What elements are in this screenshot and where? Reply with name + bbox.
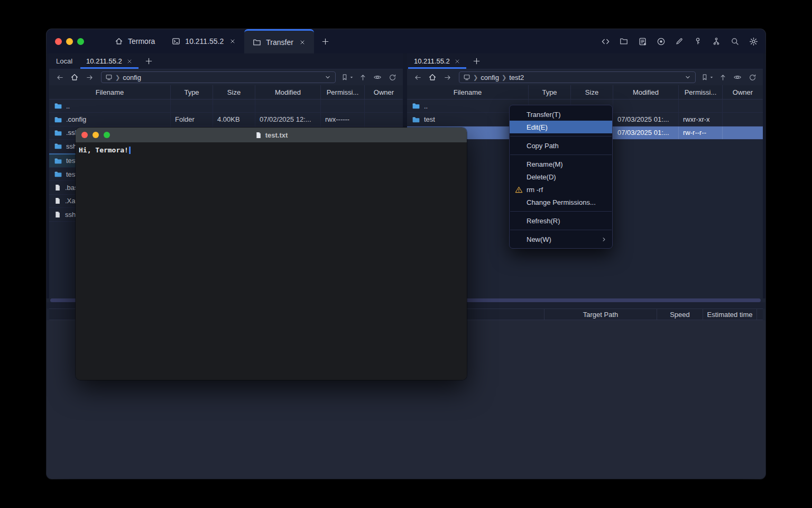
window-tab-transfer[interactable]: Transfer — [244, 29, 314, 53]
plus-icon — [145, 57, 153, 65]
file-icon — [54, 211, 61, 219]
icon folder-icon — [253, 38, 261, 47]
column-header-permissi[interactable]: Permissi... — [321, 85, 365, 99]
menu-item-label: Change Permissions... — [527, 198, 596, 206]
menu-separator — [510, 136, 612, 137]
column-header-size[interactable]: Size — [213, 85, 255, 99]
column-header-modified[interactable]: Modified — [613, 85, 679, 99]
record-icon[interactable] — [656, 37, 666, 46]
transfer-column-speed[interactable]: Speed — [657, 309, 703, 320]
traffic-lights — [47, 29, 94, 53]
editor-minimize-button[interactable] — [93, 132, 99, 138]
editor-traffic-lights — [76, 132, 110, 138]
caret-down-icon[interactable] — [349, 75, 354, 80]
close-icon[interactable] — [299, 39, 306, 46]
toggle-hidden-files-button[interactable] — [371, 71, 384, 83]
path-segment-config[interactable]: config — [481, 74, 499, 81]
column-header-owner[interactable]: Owner — [365, 85, 403, 99]
path-bar[interactable]: ❯config❯test2 — [459, 71, 696, 83]
path-segment-config[interactable]: config — [123, 74, 141, 81]
new-panel-tab-button[interactable] — [467, 53, 486, 69]
bookmark-control[interactable] — [341, 74, 354, 81]
bookmark-control[interactable] — [701, 74, 714, 81]
table-row[interactable]: .configFolder4.00KB07/02/2025 12:...rwx-… — [49, 113, 403, 126]
computer-icon — [105, 74, 113, 81]
transfer-column-estimated-time[interactable]: Estimated time — [703, 309, 757, 320]
menu-item-rm-rf[interactable]: rm -rf — [510, 183, 612, 196]
editor-zoom-button[interactable] — [104, 132, 110, 138]
panel-tabs-right: 10.211.55.2 — [407, 53, 763, 69]
panel-tab-10-211-55-2[interactable]: 10.211.55.2 — [79, 53, 140, 69]
close-icon[interactable] — [229, 38, 236, 44]
up-directory-button[interactable] — [356, 71, 369, 83]
back-button[interactable] — [53, 71, 66, 83]
window-tab-termora[interactable]: Termora — [106, 29, 163, 53]
table-row[interactable]: .. — [49, 99, 403, 113]
menu-item-edit-e[interactable]: Edit(E) — [510, 121, 612, 133]
chevron-down-icon[interactable] — [324, 74, 331, 81]
close-window-button[interactable] — [55, 38, 62, 45]
transfer-column-target-path[interactable]: Target Path — [545, 309, 657, 320]
menu-item-refresh-r[interactable]: Refresh(R) — [510, 214, 612, 227]
key-icon[interactable] — [693, 37, 703, 46]
file-table-header: FilenameTypeSizeModifiedPermissi...Owner — [49, 85, 403, 99]
search-icon[interactable] — [730, 37, 740, 46]
up-directory-button[interactable] — [716, 71, 729, 83]
menu-separator — [510, 155, 612, 155]
close-icon[interactable] — [126, 58, 133, 65]
folder-icon — [54, 142, 62, 150]
forward-button[interactable] — [441, 71, 454, 83]
menu-separator — [510, 230, 612, 230]
back-button[interactable] — [411, 71, 424, 83]
pencil-icon[interactable] — [675, 37, 684, 46]
menu-item-copy-path[interactable]: Copy Path — [510, 139, 612, 152]
column-header-modified[interactable]: Modified — [255, 85, 321, 99]
code-icon[interactable] — [601, 37, 610, 46]
editor-titlebar[interactable]: test.txt — [76, 128, 467, 142]
menu-item-transfer-t[interactable]: Transfer(T) — [510, 108, 612, 121]
path-bar[interactable]: ❯config — [101, 71, 336, 83]
path-segment-test2[interactable]: test2 — [509, 74, 524, 81]
new-tab-button[interactable] — [314, 29, 337, 53]
bookmark-icon[interactable] — [701, 74, 708, 81]
new-panel-tab-button[interactable] — [140, 53, 158, 69]
column-header-permissi[interactable]: Permissi... — [679, 85, 723, 99]
panel-tab-10-211-55-2[interactable]: 10.211.55.2 — [407, 53, 467, 69]
menu-item-label: Copy Path — [527, 142, 559, 150]
bookmark-icon[interactable] — [341, 74, 348, 81]
menu-item-delete-d[interactable]: Delete(D) — [510, 170, 612, 183]
menu-item-label: Transfer(T) — [527, 111, 561, 119]
column-header-filename[interactable]: Filename — [49, 85, 171, 99]
editor-content[interactable]: Hi, Termora! — [76, 142, 467, 380]
caret-down-icon[interactable] — [709, 75, 714, 80]
column-header-owner[interactable]: Owner — [723, 85, 763, 99]
branch-icon[interactable] — [712, 37, 721, 46]
owner-cell — [365, 99, 403, 112]
column-header-filename[interactable]: Filename — [407, 85, 529, 99]
close-icon[interactable] — [454, 58, 460, 65]
window-tab-10-211-55-2[interactable]: 10.211.55.2 — [163, 29, 244, 53]
window-tab-label: Termora — [128, 37, 155, 46]
menu-item-new-w[interactable]: New(W) — [510, 233, 612, 246]
toggle-hidden-files-button[interactable] — [731, 71, 744, 83]
minimize-window-button[interactable] — [66, 38, 73, 45]
refresh-button[interactable] — [386, 71, 399, 83]
column-header-size[interactable]: Size — [571, 85, 613, 99]
column-header-type[interactable]: Type — [529, 85, 571, 99]
chevron-down-icon[interactable] — [684, 74, 691, 81]
window-tabstrip: Termora10.211.55.2Transfer — [47, 29, 765, 53]
menu-item-rename-m[interactable]: Rename(M) — [510, 158, 612, 170]
editor-close-button[interactable] — [81, 132, 88, 138]
home-button[interactable] — [68, 71, 81, 83]
doc-list-icon[interactable] — [638, 37, 647, 46]
gear-icon[interactable] — [749, 37, 758, 46]
home-button[interactable] — [426, 71, 439, 83]
zoom-window-button[interactable] — [77, 38, 84, 45]
folder-icon[interactable] — [619, 37, 629, 46]
panel-tab-local[interactable]: Local — [49, 53, 79, 69]
menu-item-change-permissions[interactable]: Change Permissions... — [510, 196, 612, 208]
refresh-button[interactable] — [746, 71, 759, 83]
panel-toolbar-left: ❯config — [49, 69, 403, 85]
forward-button[interactable] — [83, 71, 96, 83]
column-header-type[interactable]: Type — [171, 85, 213, 99]
